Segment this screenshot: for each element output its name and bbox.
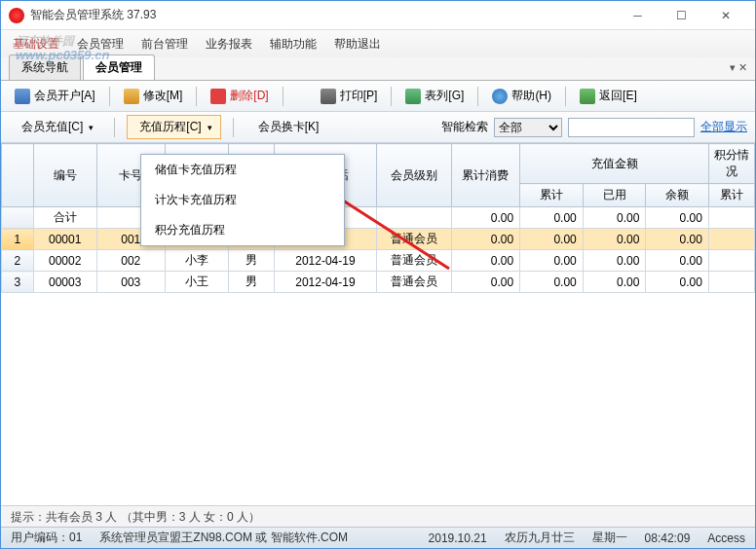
menu-front[interactable]: 前台管理	[141, 36, 188, 53]
search-scope-select[interactable]: 全部	[494, 118, 562, 137]
table-row[interactable]: 3 00003003 小王男 2012-04-19普通会员 0.00 0.00 …	[2, 272, 755, 293]
col-pts[interactable]: 积分情况	[708, 144, 754, 184]
col-used[interactable]: 已用	[583, 184, 646, 207]
tab-nav[interactable]: 系统导航	[9, 55, 81, 80]
menu-help[interactable]: 帮助退出	[334, 36, 381, 53]
status-text: 提示：共有会员 3 人 （其中男：3 人 女：0 人）	[11, 510, 260, 524]
delete-button[interactable]: 删除[D]	[205, 85, 274, 107]
col-bal[interactable]: 余额	[646, 184, 709, 207]
print-button[interactable]: 打印[P]	[315, 85, 384, 107]
tab-controls[interactable]: ▾ ✕	[730, 61, 747, 74]
open-account-button[interactable]: 会员开户[A]	[9, 85, 101, 107]
edit-icon	[124, 89, 139, 104]
show-all-link[interactable]: 全部显示	[700, 119, 747, 135]
columns-icon	[405, 89, 421, 104]
search-label: 智能检索	[441, 119, 488, 135]
col-pts-acc[interactable]: 累计	[708, 184, 754, 207]
table-row[interactable]: 1 00001001 -19普通会员 0.00 0.00 0.00 0.00	[2, 229, 755, 250]
chevron-down-icon: ▾	[208, 123, 212, 132]
toolbar-secondary: 会员充值[C]▾ 充值历程[C]▾ 会员换卡[K] 智能检索 全部 全部显示	[1, 112, 755, 143]
search-input[interactable]	[568, 118, 695, 137]
print-icon	[321, 89, 336, 104]
menu-count-card-history[interactable]: 计次卡充值历程	[141, 185, 344, 215]
columns-button[interactable]: 表列[G]	[399, 85, 470, 107]
edit-button[interactable]: 修改[M]	[118, 85, 189, 107]
delete-icon	[210, 89, 226, 104]
maximize-button[interactable]: ☐	[660, 2, 703, 29]
help-button[interactable]: 帮助(H)	[486, 85, 557, 107]
col-seq[interactable]: 编号	[33, 144, 96, 207]
menu-aux[interactable]: 辅助功能	[270, 36, 317, 53]
charge-button[interactable]: 会员充值[C]▾	[9, 115, 102, 139]
minimize-button[interactable]: ─	[616, 2, 660, 29]
col-level[interactable]: 会员级别	[377, 144, 451, 207]
history-dropdown-menu: 储值卡充值历程 计次卡充值历程 积分充值历程	[140, 154, 345, 246]
menu-base[interactable]: 基础设置	[13, 36, 59, 53]
user-code: 用户编码：01	[11, 530, 82, 546]
history-button[interactable]: 充值历程[C]▾	[127, 115, 220, 139]
titlebar: 智能会员管理系统 37.93 ─ ☐ ✕	[1, 1, 755, 30]
member-grid: 编号 卡号 姓名 性别 移动电话 会员级别 累计消费 充值金额 积分情况 累计 …	[1, 143, 755, 293]
menu-points-history[interactable]: 积分充值历程	[141, 215, 344, 245]
col-spend[interactable]: 累计消费	[451, 144, 519, 207]
manager-info: 系统管理员宣盟王ZN98.COM 或 智能软件.COM	[99, 530, 348, 546]
window-title: 智能会员管理系统 37.93	[30, 7, 616, 23]
footer-weekday: 星期一	[592, 530, 627, 546]
footer-lunar: 农历九月廿三	[505, 530, 575, 546]
table-row[interactable]: 2 00002002 小李男 2012-04-19普通会员 0.00 0.00 …	[2, 250, 755, 272]
close-button[interactable]: ✕	[703, 2, 747, 29]
sum-row: 合计 0.00 0.00 0.00 0.00	[2, 207, 755, 229]
tabstrip: 系统导航 会员管理 ▾ ✕	[1, 57, 755, 81]
back-button[interactable]: 返回[E]	[574, 85, 643, 107]
menu-stored-card-history[interactable]: 储值卡充值历程	[141, 155, 344, 185]
back-icon	[580, 89, 595, 104]
menubar: 基础设置 会员管理 前台管理 业务报表 辅助功能 帮助退出	[1, 30, 755, 57]
app-icon	[9, 8, 24, 23]
menu-member[interactable]: 会员管理	[77, 36, 124, 53]
footer: 用户编码：01 系统管理员宣盟王ZN98.COM 或 智能软件.COM 2019…	[1, 527, 755, 548]
footer-date: 2019.10.21	[429, 531, 487, 545]
col-acc[interactable]: 累计	[520, 184, 584, 207]
footer-db: Access	[707, 531, 745, 545]
menu-report[interactable]: 业务报表	[206, 36, 252, 53]
user-icon	[15, 89, 30, 104]
footer-time: 08:42:09	[645, 531, 691, 545]
col-recharge[interactable]: 充值金额	[520, 144, 709, 184]
chevron-down-icon: ▾	[89, 123, 94, 132]
help-icon	[492, 89, 508, 104]
tab-member[interactable]: 会员管理	[83, 55, 155, 80]
statusbar: 提示：共有会员 3 人 （其中男：3 人 女：0 人）	[1, 505, 755, 527]
toolbar-main: 会员开户[A] 修改[M] 删除[D] 打印[P] 表列[G] 帮助(H) 返回…	[1, 81, 755, 112]
swap-card-button[interactable]: 会员换卡[K]	[246, 115, 328, 139]
